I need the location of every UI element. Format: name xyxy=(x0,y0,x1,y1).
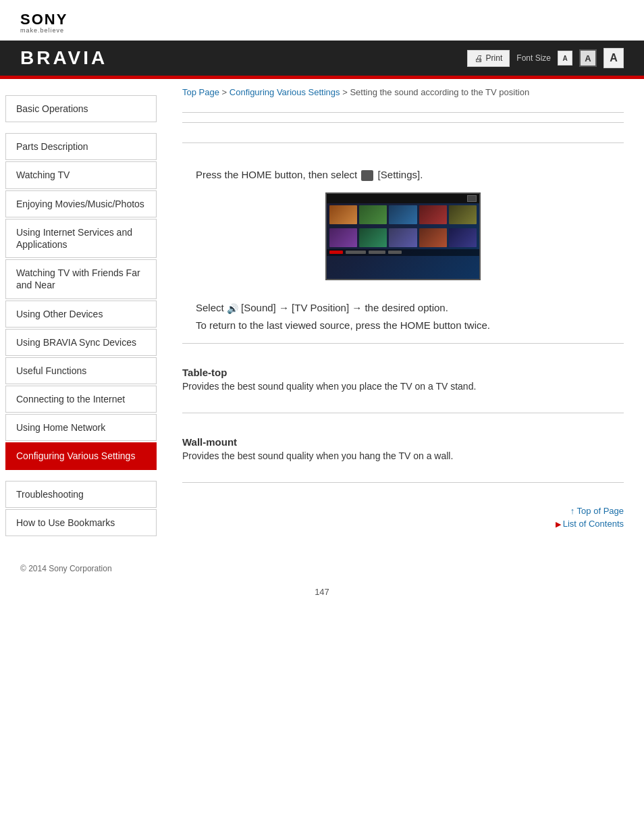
sound-icon: 🔊 xyxy=(227,303,238,313)
step3-text: To return to the last viewed source, pre… xyxy=(196,318,624,334)
option1-label: Table-top xyxy=(182,367,624,378)
font-small-button[interactable]: A xyxy=(558,51,572,66)
tv-bar-indicator2 xyxy=(346,251,366,254)
option2-desc: Provides the best sound quality when you… xyxy=(182,449,624,463)
tv-thumb-9 xyxy=(419,228,447,247)
sidebar-item-useful-functions[interactable]: Useful Functions xyxy=(5,357,157,384)
tv-thumb-2 xyxy=(359,205,387,224)
tv-bar-indicator xyxy=(329,251,343,254)
bravia-title: BRAVIA xyxy=(20,47,107,69)
tv-corner-indicator xyxy=(467,195,477,202)
sidebar-item-bravia-sync[interactable]: Using BRAVIA Sync Devices xyxy=(5,329,157,356)
arrow-up-icon: ↑ xyxy=(570,506,577,516)
list-of-contents-link[interactable]: ▶ List of Contents xyxy=(182,519,624,529)
sidebar-item-how-to-use[interactable]: How to Use Bookmarks xyxy=(5,509,157,536)
content-area: Top Page > Configuring Various Settings … xyxy=(162,79,644,557)
step1-text: Press the HOME button, then select [Sett… xyxy=(196,167,624,183)
copyright-text: © 2014 Sony Corporation xyxy=(20,564,112,573)
tv-thumb-10 xyxy=(449,228,477,247)
sidebar-item-connecting-internet[interactable]: Connecting to the Internet xyxy=(5,386,157,413)
print-button[interactable]: 🖨 Print xyxy=(467,50,510,67)
options-block: Table-top Provides the best sound qualit… xyxy=(182,353,624,403)
copyright-bar: © 2014 Sony Corporation xyxy=(0,557,644,580)
tv-screenshot xyxy=(325,192,481,280)
footer-links: ↑ Top of Page ▶ List of Contents xyxy=(182,492,624,537)
sony-tagline: make.believe xyxy=(20,27,624,34)
sidebar-item-basic-operations[interactable]: Basic Operations xyxy=(5,95,157,122)
step2-text: Select 🔊 [Sound] → [TV Position] → the d… xyxy=(196,301,624,316)
arrow-right-icon: ▶ xyxy=(556,520,563,528)
print-icon: 🖨 xyxy=(475,53,483,63)
option2-label: Wall-mount xyxy=(182,436,624,448)
top-of-page-link[interactable]: ↑ Top of Page xyxy=(182,506,624,516)
sidebar-item-enjoying-movies[interactable]: Enjoying Movies/Music/Photos xyxy=(5,190,157,217)
font-large-button[interactable]: A xyxy=(603,48,624,68)
tv-thumb-5 xyxy=(449,205,477,224)
tv-thumb-1 xyxy=(329,205,357,224)
font-size-label: Font Size xyxy=(516,53,551,63)
sony-logo: SONY xyxy=(20,12,624,27)
tv-bar-indicator4 xyxy=(388,251,402,254)
main-layout: Basic Operations Parts Description Watch… xyxy=(0,79,644,557)
breadcrumb-sep1: > xyxy=(222,87,230,97)
sidebar-item-watching-tv[interactable]: Watching TV xyxy=(5,161,157,188)
option2-block: Wall-mount Provides the best sound quali… xyxy=(182,423,624,473)
print-label: Print xyxy=(486,53,503,63)
divider-4 xyxy=(182,413,624,413)
page-number: 147 xyxy=(0,580,644,604)
tv-thumb-3 xyxy=(389,205,417,224)
sidebar: Basic Operations Parts Description Watch… xyxy=(0,79,162,557)
breadcrumb: Top Page > Configuring Various Settings … xyxy=(182,79,624,103)
settings-icon xyxy=(361,170,373,181)
divider-3 xyxy=(182,343,624,344)
font-medium-button[interactable]: A xyxy=(579,49,597,67)
banner-controls: 🖨 Print Font Size A A A xyxy=(467,48,624,68)
tv-bar-indicator3 xyxy=(369,251,385,254)
tv-thumb-6 xyxy=(329,228,357,247)
bravia-banner: BRAVIA 🖨 Print Font Size A A A xyxy=(0,41,644,76)
sidebar-item-watching-tv-friends[interactable]: Watching TV with Friends Far and Near xyxy=(5,259,157,298)
breadcrumb-config-settings[interactable]: Configuring Various Settings xyxy=(230,87,340,97)
breadcrumb-top-page[interactable]: Top Page xyxy=(182,87,219,97)
sidebar-item-troubleshooting[interactable]: Troubleshooting xyxy=(5,481,157,508)
sidebar-item-parts-description[interactable]: Parts Description xyxy=(5,133,157,160)
sidebar-item-configuring-settings[interactable]: Configuring Various Settings xyxy=(5,442,157,469)
divider-2 xyxy=(182,142,624,143)
logo-area: SONY make.believe xyxy=(0,0,644,41)
tv-thumb-4 xyxy=(419,205,447,224)
tv-thumb-7 xyxy=(359,228,387,247)
breadcrumb-sep2: > Setting the sound according to the TV … xyxy=(342,87,529,97)
divider-5 xyxy=(182,482,624,483)
option1-desc: Provides the best sound quality when you… xyxy=(182,380,624,394)
step1-block: Press the HOME button, then select [Sett… xyxy=(182,153,624,298)
sidebar-item-home-network[interactable]: Using Home Network xyxy=(5,414,157,441)
sidebar-item-internet-services[interactable]: Using Internet Services and Applications xyxy=(5,219,157,258)
sidebar-item-other-devices[interactable]: Using Other Devices xyxy=(5,301,157,328)
divider-1 xyxy=(182,112,624,113)
tv-thumb-8 xyxy=(389,228,417,247)
